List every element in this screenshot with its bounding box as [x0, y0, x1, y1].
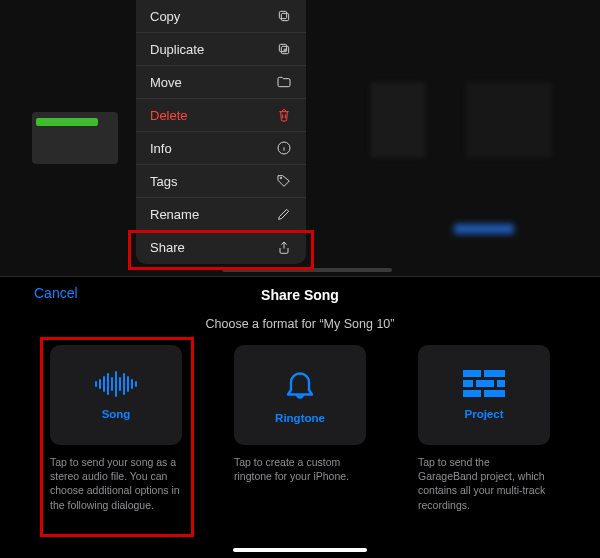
card-wrap-song: Song Tap to send your song as a stereo a… [36, 345, 196, 512]
blurred-thumbnail [466, 82, 552, 158]
svg-rect-22 [463, 390, 481, 397]
menu-label: Move [150, 75, 182, 90]
menu-item-tags[interactable]: Tags [136, 165, 306, 198]
svg-rect-20 [476, 380, 494, 387]
song-thumbnail-track [36, 118, 98, 126]
menu-label: Copy [150, 9, 180, 24]
svg-rect-2 [279, 44, 286, 51]
duplicate-icon [276, 41, 292, 57]
page-title: Share Song [261, 287, 339, 303]
menu-item-move[interactable]: Move [136, 66, 306, 99]
svg-rect-21 [497, 380, 505, 387]
cancel-button[interactable]: Cancel [34, 285, 78, 301]
context-menu: Copy Duplicate Move Delete Info Tags Ren… [136, 0, 306, 264]
card-desc-ringtone: Tap to create a custom ringtone for your… [234, 455, 366, 483]
home-indicator [233, 548, 367, 552]
waveform-icon [92, 370, 140, 398]
menu-label: Tags [150, 174, 177, 189]
svg-rect-23 [484, 390, 505, 397]
svg-point-5 [280, 177, 282, 179]
format-prompt: Choose a format for “My Song 10” [0, 317, 600, 331]
card-wrap-ringtone: Ringtone Tap to create a custom ringtone… [220, 345, 380, 512]
card-desc-project: Tap to send the GarageBand project, whic… [418, 455, 550, 512]
format-card-ringtone[interactable]: Ringtone [234, 345, 366, 445]
menu-item-duplicate[interactable]: Duplicate [136, 33, 306, 66]
menu-item-delete[interactable]: Delete [136, 99, 306, 132]
pencil-icon [276, 206, 292, 222]
nav-bar: Cancel Share Song [0, 277, 600, 313]
menu-label: Delete [150, 108, 188, 123]
svg-rect-1 [279, 11, 286, 18]
format-card-project[interactable]: Project [418, 345, 550, 445]
card-label: Project [465, 408, 504, 420]
svg-rect-18 [484, 370, 505, 377]
svg-rect-0 [281, 13, 288, 20]
format-cards: Song Tap to send your song as a stereo a… [0, 345, 600, 512]
trash-icon [276, 107, 292, 123]
context-menu-area: Copy Duplicate Move Delete Info Tags Ren… [0, 0, 600, 276]
folder-icon [276, 74, 292, 90]
card-wrap-project: Project Tap to send the GarageBand proje… [404, 345, 564, 512]
svg-rect-17 [463, 370, 481, 377]
card-desc-song: Tap to send your song as a stereo audio … [50, 455, 182, 512]
format-card-song[interactable]: Song [50, 345, 182, 445]
menu-item-rename[interactable]: Rename [136, 198, 306, 231]
bricks-icon [463, 370, 505, 398]
tag-icon [276, 173, 292, 189]
share-icon [276, 240, 292, 256]
menu-label: Info [150, 141, 172, 156]
bell-icon [282, 366, 318, 402]
menu-label: Rename [150, 207, 199, 222]
share-song-screen: Cancel Share Song Choose a format for “M… [0, 276, 600, 558]
menu-label: Duplicate [150, 42, 204, 57]
menu-item-copy[interactable]: Copy [136, 0, 306, 33]
svg-rect-19 [463, 380, 473, 387]
blurred-label [454, 224, 514, 234]
info-icon [276, 140, 292, 156]
menu-item-info[interactable]: Info [136, 132, 306, 165]
menu-item-share[interactable]: Share [136, 231, 306, 264]
copy-icon [276, 8, 292, 24]
scroll-indicator [222, 268, 392, 272]
card-label: Song [102, 408, 131, 420]
blurred-thumbnail [370, 82, 426, 158]
card-label: Ringtone [275, 412, 325, 424]
menu-label: Share [150, 240, 185, 255]
